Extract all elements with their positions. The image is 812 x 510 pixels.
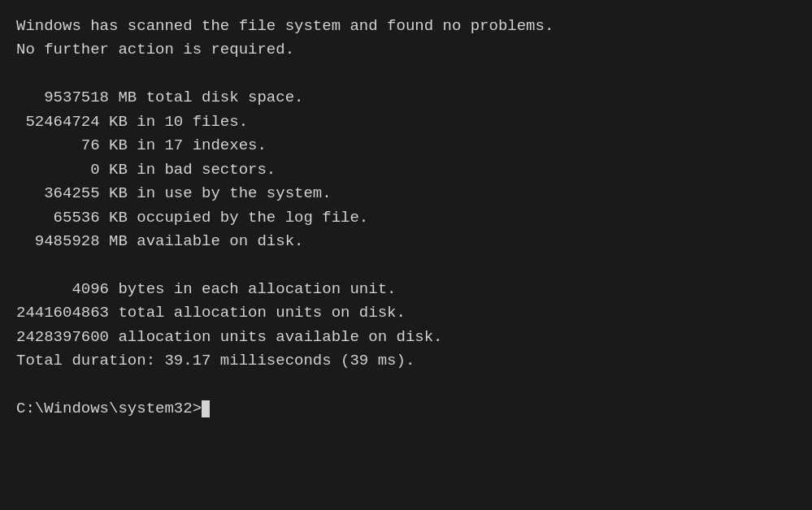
line-15: Total duration: 39.17 milliseconds (39 m… — [16, 352, 415, 370]
line-14: 2428397600 allocation units available on… — [16, 328, 443, 346]
cursor-icon — [202, 400, 210, 417]
terminal-output: Windows has scanned the file system and … — [16, 15, 796, 421]
line-2: No further action is required. — [16, 41, 294, 58]
line-8: 364255 KB in use by the system. — [16, 184, 332, 202]
line-13: 2441604863 total allocation units on dis… — [16, 304, 406, 322]
terminal-window: Windows has scanned the file system and … — [0, 0, 812, 510]
line-10: 9485928 MB available on disk. — [16, 232, 303, 250]
prompt-line[interactable]: C:\Windows\system32> — [16, 400, 210, 417]
line-9: 65536 KB occupied by the log file. — [16, 209, 368, 227]
line-4: 9537518 MB total disk space. — [16, 89, 303, 106]
line-6: 76 KB in 17 indexes. — [16, 136, 267, 154]
line-7: 0 KB in bad sectors. — [16, 161, 276, 179]
line-1: Windows has scanned the file system and … — [16, 17, 554, 35]
prompt-text: C:\Windows\system32> — [16, 400, 202, 417]
line-5: 52464724 KB in 10 files. — [16, 113, 248, 131]
line-12: 4096 bytes in each allocation unit. — [16, 280, 396, 298]
